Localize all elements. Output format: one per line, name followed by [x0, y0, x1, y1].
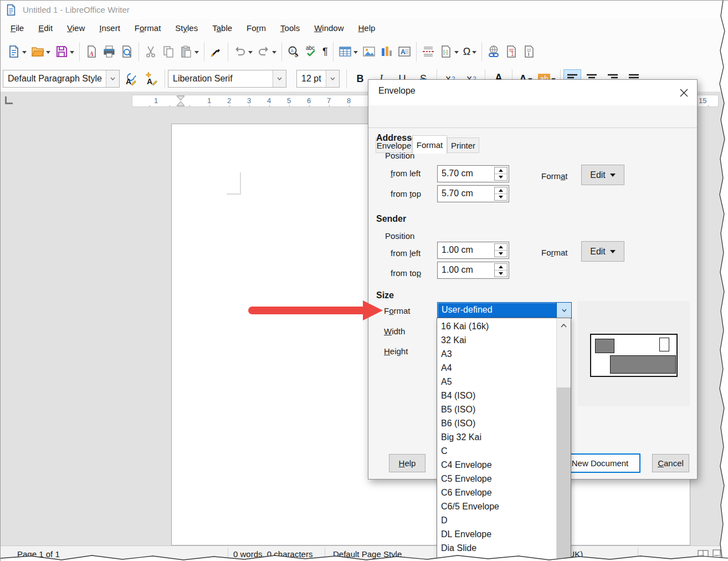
spin-buttons[interactable] [494, 243, 507, 257]
spin-up[interactable] [495, 187, 507, 194]
export-pdf-button[interactable]: A [83, 40, 100, 63]
new-document-dropdown[interactable] [22, 51, 27, 54]
chevron-down-icon[interactable] [106, 70, 119, 87]
format-option[interactable]: A4 [437, 361, 571, 375]
spin-up[interactable] [495, 264, 507, 271]
insert-field-button[interactable]: [-] [437, 40, 461, 63]
menu-view[interactable]: View [61, 21, 90, 35]
print-button[interactable] [100, 40, 118, 63]
chevron-down-icon[interactable] [273, 70, 286, 87]
new-document-button-dialog[interactable]: New Document [560, 453, 640, 473]
tab-format[interactable]: Format [412, 135, 447, 154]
spin-down[interactable] [495, 271, 507, 277]
redo-button[interactable] [255, 40, 279, 63]
page-break-button[interactable] [419, 40, 437, 63]
copy-button[interactable] [160, 40, 177, 63]
insert-footnote-button[interactable]: 1 [503, 40, 520, 63]
font-name-combo[interactable]: Liberation Serif [168, 70, 286, 88]
help-button[interactable]: Help [389, 454, 425, 472]
open-dropdown[interactable] [46, 51, 50, 54]
menu-table[interactable]: Table [207, 21, 238, 35]
font-size-combo[interactable]: 12 pt [296, 70, 340, 88]
insert-text-box-button[interactable]: A [396, 40, 413, 63]
sender-from-left-field[interactable]: 1.00 cm [437, 242, 509, 259]
spin-buttons[interactable] [494, 187, 507, 201]
menu-form[interactable]: Form [241, 21, 271, 35]
spin-up[interactable] [495, 167, 507, 174]
tab-printer[interactable]: Printer [447, 137, 479, 153]
format-option[interactable]: 16 Kai (16k) [437, 319, 571, 333]
insert-endnote-button[interactable]: i [520, 40, 538, 63]
sender-edit-button[interactable]: Edit [581, 241, 624, 262]
paragraph-style-combo[interactable]: Default Paragraph Style [3, 70, 120, 88]
paste-button[interactable] [177, 40, 201, 63]
print-preview-button[interactable] [118, 40, 136, 63]
size-format-combo[interactable]: User-defined [437, 302, 572, 319]
menu-window[interactable]: Window [309, 21, 349, 35]
chevron-down-icon[interactable] [326, 70, 339, 87]
new-style-button[interactable]: A [141, 69, 162, 88]
tab-stop-type-selector[interactable] [5, 96, 13, 104]
format-option[interactable]: C6 Envelope [437, 486, 571, 499]
menu-tools[interactable]: Tools [275, 21, 305, 35]
insert-table-dropdown[interactable] [353, 51, 358, 54]
special-character-button[interactable]: Ω [461, 40, 479, 63]
format-option[interactable]: A3 [437, 347, 571, 361]
insert-image-button[interactable] [360, 40, 378, 63]
chevron-down-icon[interactable] [556, 303, 571, 318]
menu-file[interactable]: File [5, 21, 29, 35]
addressee-from-left-field[interactable]: 5.70 cm [437, 165, 509, 182]
format-option[interactable]: C5 Envelope [437, 472, 571, 486]
special-character-dropdown[interactable] [472, 51, 476, 54]
save-dropdown[interactable] [70, 51, 74, 54]
spin-buttons[interactable] [494, 167, 507, 181]
spin-down[interactable] [495, 251, 507, 257]
cancel-button[interactable]: Cancel [652, 454, 689, 472]
spin-down[interactable] [495, 174, 507, 180]
update-style-button[interactable]: A [120, 69, 141, 88]
open-button[interactable] [29, 40, 53, 63]
find-replace-button[interactable]: ad [285, 40, 303, 63]
format-option[interactable]: DL Envelope [437, 527, 571, 541]
close-icon[interactable] [675, 84, 693, 101]
clone-formatting-button[interactable] [207, 40, 225, 63]
new-document-button[interactable] [5, 40, 29, 63]
spin-buttons[interactable] [494, 263, 507, 277]
paste-dropdown[interactable] [194, 51, 199, 54]
insert-chart-button[interactable] [378, 40, 396, 63]
insert-table-button[interactable] [336, 40, 360, 63]
format-option[interactable]: C4 Envelope [437, 458, 571, 472]
save-button[interactable] [53, 40, 76, 63]
scroll-up-icon[interactable] [557, 318, 571, 333]
menu-insert[interactable]: Insert [94, 21, 126, 35]
sender-from-top-field[interactable]: 1.00 cm [437, 262, 509, 279]
format-option[interactable]: D [437, 513, 571, 527]
menu-help[interactable]: Help [353, 21, 381, 35]
cut-button[interactable] [142, 40, 160, 63]
menu-format[interactable]: Format [129, 21, 167, 35]
indent-marker[interactable] [176, 95, 186, 106]
insert-field-dropdown[interactable] [454, 51, 459, 54]
list-scrollbar[interactable] [556, 318, 571, 561]
undo-dropdown[interactable] [248, 51, 253, 54]
format-option[interactable]: A5 [437, 375, 571, 389]
spelling-button[interactable]: abc [303, 40, 320, 63]
menu-styles[interactable]: Styles [170, 21, 203, 35]
format-option[interactable]: 32 Kai [437, 333, 571, 347]
format-option[interactable]: B5 (ISO) [437, 402, 571, 416]
scrollbar-thumb[interactable] [557, 387, 571, 561]
redo-dropdown[interactable] [272, 51, 276, 54]
format-option[interactable]: B4 (ISO) [437, 389, 571, 402]
menu-edit[interactable]: Edit [33, 21, 58, 35]
addressee-from-top-field[interactable]: 5.70 cm [437, 185, 509, 202]
format-option[interactable]: Big 32 Kai [437, 430, 571, 444]
spin-up[interactable] [495, 244, 507, 251]
hyperlink-button[interactable] [485, 40, 503, 63]
format-option[interactable]: B6 (ISO) [437, 416, 571, 430]
addressee-edit-button[interactable]: Edit [581, 165, 624, 185]
format-option[interactable]: C6/5 Envelope [437, 499, 571, 513]
spin-down[interactable] [495, 194, 507, 200]
formatting-marks-button[interactable]: ¶ [320, 40, 330, 63]
format-option[interactable]: C [437, 444, 571, 458]
undo-button[interactable] [231, 40, 255, 63]
